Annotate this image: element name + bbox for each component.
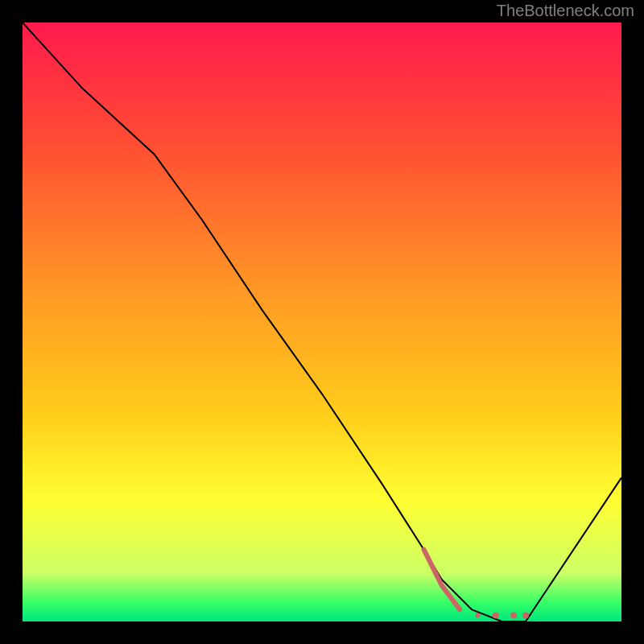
highlight-dot xyxy=(475,613,480,618)
plot-area xyxy=(23,23,621,621)
highlight-dot xyxy=(522,613,529,619)
highlight-dot xyxy=(493,613,499,619)
chart-container: TheBottleneck.com xyxy=(0,0,644,644)
watermark-text: TheBottleneck.com xyxy=(497,2,634,20)
highlight-dot xyxy=(510,613,517,619)
gradient-background xyxy=(23,23,621,621)
highlight-dot xyxy=(457,607,462,612)
chart-svg xyxy=(23,23,621,621)
